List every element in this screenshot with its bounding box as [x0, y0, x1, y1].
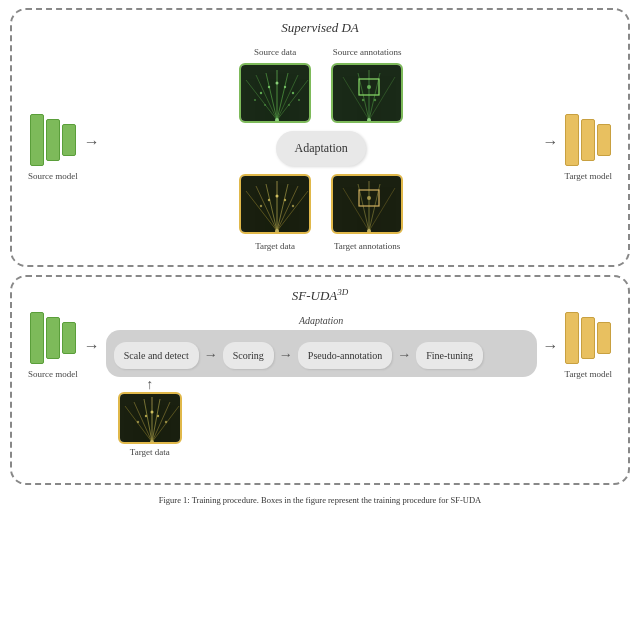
- svg-point-41: [284, 199, 286, 201]
- svg-point-8: [275, 118, 279, 122]
- target-nn-layer-1: [565, 114, 579, 166]
- supervised-source-model: Source model: [28, 114, 78, 181]
- nn-layer-1: [30, 114, 44, 166]
- figure-caption: Figure 1: Training procedure. Boxes in t…: [10, 495, 630, 505]
- svg-point-64: [157, 415, 159, 417]
- svg-point-26: [362, 99, 364, 101]
- source-data-label: Source data: [254, 47, 296, 57]
- scoring-label: Scoring: [233, 350, 264, 361]
- pipeline-arrow-3: →: [397, 347, 411, 363]
- source-data-box: [239, 63, 311, 123]
- sfuda-target-data-label: Target data: [130, 447, 170, 457]
- pseudo-annotation-box: Pseudo-annotation: [298, 342, 392, 369]
- sfuda-nn-3: [62, 322, 76, 354]
- svg-point-37: [275, 229, 279, 233]
- target-data-label-sup: Target data: [255, 241, 295, 251]
- svg-point-16: [264, 104, 266, 106]
- pipeline-arrow-2: →: [279, 347, 293, 363]
- svg-point-61: [137, 421, 139, 423]
- scale-detect-box: Scale and detect: [114, 342, 199, 369]
- supervised-da-title: Supervised DA: [28, 20, 612, 36]
- pseudo-annotation-label: Pseudo-annotation: [308, 350, 382, 361]
- target-annotations-box: [331, 174, 403, 234]
- svg-point-28: [367, 118, 371, 122]
- svg-point-62: [145, 415, 147, 417]
- svg-point-25: [367, 85, 371, 89]
- svg-point-14: [254, 99, 256, 101]
- sfuda-target-data-box: [118, 392, 182, 444]
- sfuda-target-nn-1: [565, 312, 579, 364]
- source-annotations-label: Source annotations: [333, 47, 402, 57]
- sfuda-adaptation-label: Adaptation: [106, 315, 537, 326]
- sfuda-target-model-label: Target model: [565, 369, 612, 379]
- source-annotations-wrapper: Source annotations: [331, 44, 403, 123]
- svg-point-63: [150, 410, 153, 413]
- target-annotations-wrapper: Target annotations: [331, 174, 403, 251]
- svg-point-65: [165, 421, 167, 423]
- sfuda-source-model: Source model: [28, 312, 78, 379]
- pipeline-arrow-1: →: [204, 347, 218, 363]
- fine-tuning-label: Fine-tuning: [426, 350, 473, 361]
- sfuda-target-nn-2: [581, 317, 595, 359]
- svg-point-42: [292, 205, 294, 207]
- sfuda-arrow-2: →: [543, 337, 559, 355]
- sfuda-arrow-1: →: [84, 337, 100, 355]
- sfuda-source-model-label: Source model: [28, 369, 78, 379]
- source-annotations-box: [331, 63, 403, 123]
- supervised-da-section: Supervised DA Source model →: [10, 8, 630, 267]
- target-nn-layer-3: [597, 124, 611, 156]
- nn-layer-3: [62, 124, 76, 156]
- arrow-source-to-adapt: →: [84, 133, 100, 151]
- svg-point-13: [292, 92, 294, 94]
- svg-point-9: [260, 92, 262, 94]
- svg-point-60: [150, 440, 154, 444]
- svg-point-40: [276, 195, 279, 198]
- sfuda-target-nn-3: [597, 322, 611, 354]
- sfuda-section: SF-UDA3D Source model → Adaptation: [10, 275, 630, 485]
- scoring-box: Scoring: [223, 342, 274, 369]
- fine-tuning-box: Fine-tuning: [416, 342, 483, 369]
- sfuda-title: SF-UDA3D: [28, 287, 612, 304]
- supervised-target-model: Target model: [565, 114, 612, 181]
- target-annotations-label: Target annotations: [334, 241, 400, 251]
- target-model-label-sup: Target model: [565, 171, 612, 181]
- svg-point-11: [276, 82, 279, 85]
- target-data-wrapper-sup: Target data: [239, 174, 311, 251]
- svg-point-17: [288, 104, 290, 106]
- svg-point-15: [298, 99, 300, 101]
- sfuda-nn-2: [46, 317, 60, 359]
- arrow-adapt-to-target: →: [543, 133, 559, 151]
- sfuda-nn-1: [30, 312, 44, 364]
- target-data-box-sup: [239, 174, 311, 234]
- target-nn-layer-2: [581, 119, 595, 161]
- svg-point-12: [284, 86, 286, 88]
- svg-point-38: [260, 205, 262, 207]
- svg-point-27: [374, 99, 376, 101]
- adaptation-box: Adaptation: [276, 131, 365, 166]
- svg-point-10: [268, 86, 270, 88]
- scale-detect-label: Scale and detect: [124, 350, 189, 361]
- svg-point-50: [367, 196, 371, 200]
- svg-point-39: [268, 199, 270, 201]
- source-model-label: Source model: [28, 171, 78, 181]
- svg-point-51: [367, 229, 371, 233]
- adaptation-label: Adaptation: [294, 141, 347, 155]
- source-data-wrapper: Source data: [239, 44, 311, 123]
- sfuda-target-model: Target model: [565, 312, 612, 379]
- nn-layer-2: [46, 119, 60, 161]
